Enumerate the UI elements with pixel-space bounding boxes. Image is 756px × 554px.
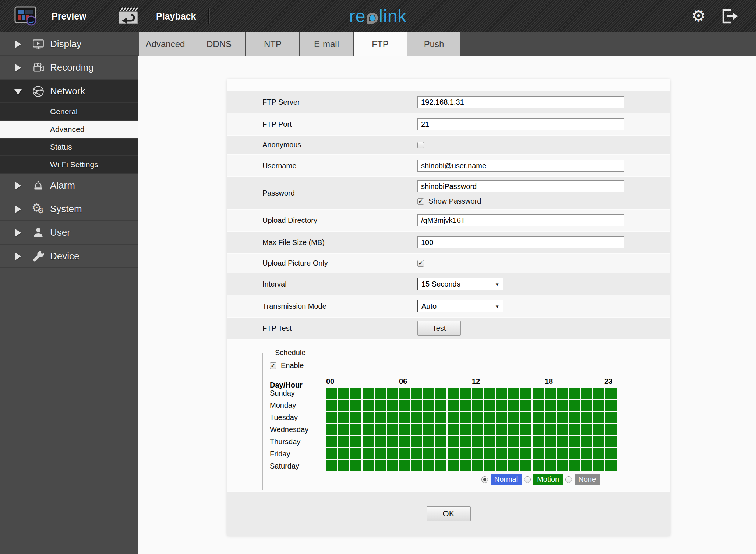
schedule-cell[interactable] xyxy=(338,424,349,435)
schedule-cell[interactable] xyxy=(520,448,531,459)
schedule-cell[interactable] xyxy=(545,460,556,471)
schedule-cell[interactable] xyxy=(411,460,422,471)
schedule-cell[interactable] xyxy=(472,448,483,459)
schedule-cell[interactable] xyxy=(411,424,422,435)
schedule-cell[interactable] xyxy=(484,400,495,411)
schedule-cell[interactable] xyxy=(484,412,495,423)
schedule-cell[interactable] xyxy=(423,400,434,411)
schedule-cell[interactable] xyxy=(593,424,604,435)
schedule-cell[interactable] xyxy=(375,400,386,411)
schedule-cell[interactable] xyxy=(605,400,617,411)
schedule-cell[interactable] xyxy=(387,448,398,459)
schedule-cell[interactable] xyxy=(520,436,531,447)
schedule-cell[interactable] xyxy=(363,436,374,447)
schedule-cell[interactable] xyxy=(581,424,592,435)
schedule-cell[interactable] xyxy=(520,424,531,435)
schedule-cell[interactable] xyxy=(399,448,410,459)
schedule-cell[interactable] xyxy=(569,424,580,435)
schedule-cell[interactable] xyxy=(593,460,604,471)
playback-button[interactable]: Playback xyxy=(117,6,196,27)
ftp-port-input[interactable] xyxy=(417,118,624,130)
schedule-cell[interactable] xyxy=(533,388,544,399)
schedule-cell[interactable] xyxy=(460,460,471,471)
tab-ddns[interactable]: DDNS xyxy=(192,32,245,56)
logout-icon[interactable] xyxy=(721,8,738,26)
schedule-cell[interactable] xyxy=(496,400,507,411)
schedule-cell[interactable] xyxy=(338,436,349,447)
schedule-cell[interactable] xyxy=(435,400,446,411)
schedule-cell[interactable] xyxy=(375,424,386,435)
schedule-cell[interactable] xyxy=(605,460,617,471)
tab-ntp[interactable]: NTP xyxy=(246,32,299,56)
schedule-cell[interactable] xyxy=(387,388,398,399)
sidebar-subitem-advanced[interactable]: Advanced xyxy=(0,121,138,138)
schedule-cell[interactable] xyxy=(581,400,592,411)
schedule-cell[interactable] xyxy=(375,412,386,423)
schedule-cell[interactable] xyxy=(557,412,568,423)
schedule-cell[interactable] xyxy=(508,424,519,435)
preview-button[interactable]: Preview xyxy=(14,5,86,27)
anonymous-checkbox[interactable] xyxy=(417,142,424,148)
schedule-cell[interactable] xyxy=(338,400,349,411)
schedule-cell[interactable] xyxy=(399,412,410,423)
schedule-cell[interactable] xyxy=(557,424,568,435)
schedule-cell[interactable] xyxy=(411,400,422,411)
schedule-cell[interactable] xyxy=(387,460,398,471)
schedule-cell[interactable] xyxy=(593,436,604,447)
schedule-cell[interactable] xyxy=(326,436,337,447)
schedule-enable-checkbox[interactable] xyxy=(270,362,276,369)
upload-directory-input[interactable] xyxy=(417,214,624,226)
schedule-cell[interactable] xyxy=(387,424,398,435)
schedule-cell[interactable] xyxy=(533,460,544,471)
schedule-cell[interactable] xyxy=(545,400,556,411)
sidebar-subitem-general[interactable]: General xyxy=(0,103,138,121)
schedule-cell[interactable] xyxy=(423,448,434,459)
schedule-cell[interactable] xyxy=(508,448,519,459)
schedule-cell[interactable] xyxy=(435,424,446,435)
sidebar-item-network[interactable]: Network xyxy=(0,80,138,103)
schedule-cell[interactable] xyxy=(569,388,580,399)
schedule-cell[interactable] xyxy=(508,412,519,423)
normal-mode-radio[interactable] xyxy=(481,476,488,483)
schedule-cell[interactable] xyxy=(496,412,507,423)
schedule-cell[interactable] xyxy=(338,388,349,399)
sidebar-item-system[interactable]: ⚙⚙ System xyxy=(0,197,138,221)
schedule-cell[interactable] xyxy=(399,436,410,447)
schedule-cell[interactable] xyxy=(557,388,568,399)
sidebar-subitem-wifi-settings[interactable]: Wi-Fi Settings xyxy=(0,156,138,174)
schedule-cell[interactable] xyxy=(423,388,434,399)
schedule-cell[interactable] xyxy=(363,388,374,399)
schedule-cell[interactable] xyxy=(593,448,604,459)
schedule-cell[interactable] xyxy=(363,448,374,459)
sidebar-item-device[interactable]: Device xyxy=(0,245,138,268)
schedule-cell[interactable] xyxy=(569,448,580,459)
sidebar-item-recording[interactable]: Recording xyxy=(0,56,138,80)
settings-gear-icon[interactable]: ⚙ xyxy=(689,6,708,25)
schedule-cell[interactable] xyxy=(484,388,495,399)
schedule-cell[interactable] xyxy=(448,400,459,411)
tab-ftp[interactable]: FTP xyxy=(354,32,407,56)
schedule-cell[interactable] xyxy=(326,400,337,411)
schedule-cell[interactable] xyxy=(520,400,531,411)
schedule-cell[interactable] xyxy=(411,388,422,399)
schedule-cell[interactable] xyxy=(435,460,446,471)
normal-mode-chip[interactable]: Normal xyxy=(491,474,522,485)
schedule-cell[interactable] xyxy=(593,412,604,423)
schedule-cell[interactable] xyxy=(448,388,459,399)
schedule-cell[interactable] xyxy=(472,436,483,447)
schedule-cell[interactable] xyxy=(423,424,434,435)
schedule-cell[interactable] xyxy=(448,424,459,435)
schedule-cell[interactable] xyxy=(363,412,374,423)
ok-button[interactable]: OK xyxy=(427,506,471,521)
schedule-cell[interactable] xyxy=(387,400,398,411)
schedule-cell[interactable] xyxy=(508,460,519,471)
schedule-cell[interactable] xyxy=(533,448,544,459)
schedule-cell[interactable] xyxy=(557,400,568,411)
schedule-cell[interactable] xyxy=(338,460,349,471)
schedule-cell[interactable] xyxy=(375,436,386,447)
schedule-cell[interactable] xyxy=(363,400,374,411)
none-mode-radio[interactable] xyxy=(565,476,572,483)
schedule-cell[interactable] xyxy=(460,412,471,423)
schedule-cell[interactable] xyxy=(545,436,556,447)
motion-mode-radio[interactable] xyxy=(524,476,531,483)
